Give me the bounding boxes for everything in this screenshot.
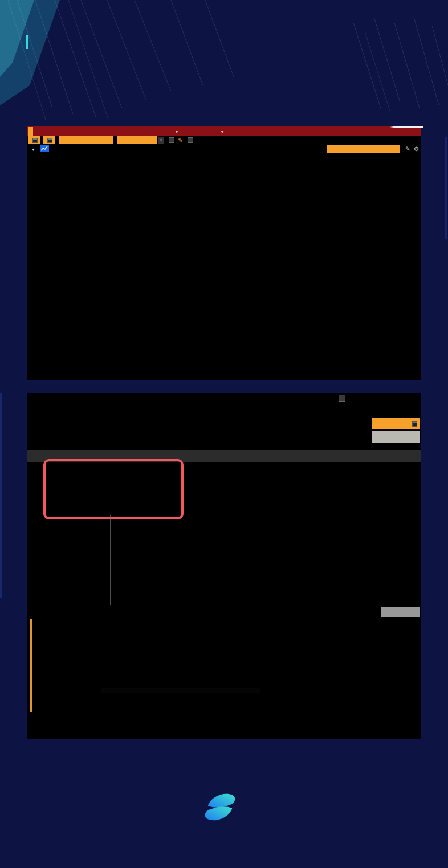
security-ticker[interactable] [28,127,33,136]
pencil-icon[interactable]: ✎ [178,137,183,144]
pencil-icon: ✎ [405,145,410,152]
calendar-icon[interactable] [412,421,417,427]
background-decoration [0,393,2,598]
combo-chart-legend [101,688,260,693]
terminal-title-bar: ▾ ▾ [27,126,421,136]
maximize-button[interactable] [381,607,420,617]
enable-overrides-checkbox[interactable] [339,395,345,402]
actions-menu[interactable]: ▾ [174,128,178,134]
field-select[interactable] [59,136,113,144]
mov-avgs-checkbox[interactable] [169,137,174,143]
implied-rate-chart[interactable] [57,621,383,732]
key-events-checkbox[interactable] [188,137,193,143]
page: ▾ ▾ ▾ ✎ ▼ [0,0,448,868]
date-to-input[interactable] [43,136,55,144]
add-data-input[interactable] [327,145,400,153]
currency-select[interactable] [117,136,157,144]
cur-imp-rate-field [372,431,420,443]
crosshair-line [110,515,111,605]
pricing-date-input[interactable] [372,418,420,429]
date-from-input[interactable] [28,136,40,144]
page-title [26,35,421,49]
edit-menu[interactable]: ▾ [220,128,223,134]
price-change-chart[interactable] [32,159,389,362]
background-decoration [0,0,448,137]
chevron-down-icon: ▾ [221,129,223,134]
highlight-annotation [43,459,184,519]
gear-icon[interactable]: ⚙ [414,145,419,152]
chevron-down-icon: ▾ [176,129,178,134]
brand-logo [0,789,448,825]
period-select[interactable]: ▼ [28,145,38,152]
fed-futures-panel [27,393,421,739]
background-decoration [445,137,447,239]
signalplus-icon [199,789,241,825]
terminal-range-row: ▼ ✎ ⚙ [27,144,421,153]
bloomberg-chart-panel: ▾ ▾ ▾ ✎ ▼ [27,126,421,380]
calendar-icon [47,138,52,143]
calendar-icon [32,138,38,143]
currency-dropdown[interactable]: ▾ [158,137,164,144]
enable-overrides-control[interactable] [339,395,348,402]
terminal-settings-row: ▾ ✎ [27,136,421,144]
line-chart-icon[interactable] [40,145,49,152]
left-axis-strip [30,619,32,712]
last-price-badge [390,126,423,128]
x-axis-ticks [32,362,389,368]
